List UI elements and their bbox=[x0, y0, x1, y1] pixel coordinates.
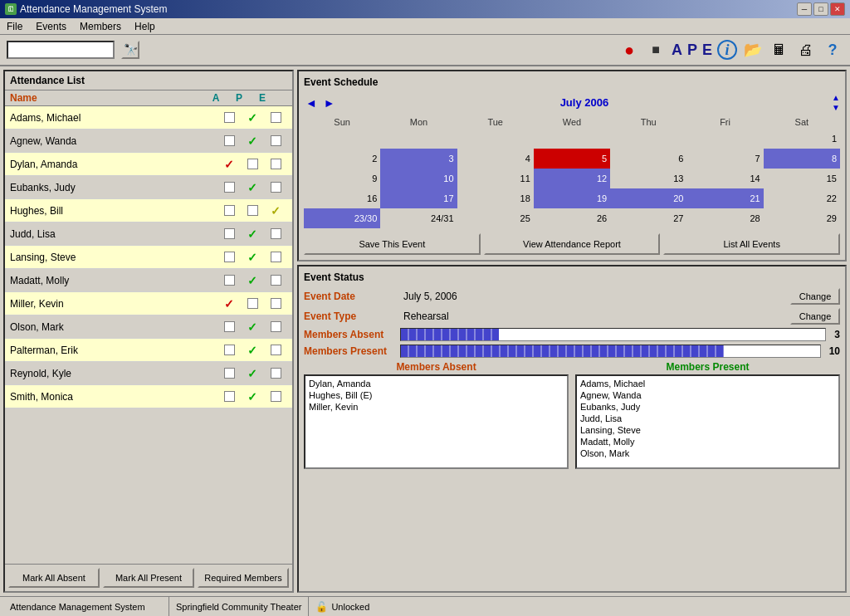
event-type-change-button[interactable]: Change bbox=[790, 308, 840, 325]
calendar-day[interactable]: 10 bbox=[380, 169, 457, 188]
absent-checkbox[interactable] bbox=[217, 182, 241, 193]
excused-checkbox[interactable] bbox=[264, 391, 287, 402]
present-member-item[interactable]: Lansing, Steve bbox=[579, 424, 837, 436]
calendar-day[interactable]: 22 bbox=[764, 188, 840, 208]
excused-checkbox[interactable] bbox=[264, 275, 287, 286]
cal-down-button[interactable]: ▼ bbox=[832, 103, 840, 112]
calendar-day[interactable]: 15 bbox=[764, 169, 840, 188]
present-checkbox[interactable]: ✓ bbox=[241, 228, 264, 240]
absent-member-item[interactable]: Miller, Kevin bbox=[307, 401, 565, 413]
minimize-button[interactable]: ─ bbox=[797, 2, 812, 16]
absent-checkbox[interactable] bbox=[217, 135, 241, 146]
present-checkbox[interactable]: ✓ bbox=[241, 275, 264, 286]
attendance-list[interactable]: Adams, Michael✓Agnew, Wanda✓Dylan, Amand… bbox=[5, 106, 292, 564]
checkbox-empty[interactable] bbox=[271, 159, 281, 169]
present-member-item[interactable]: Olson, Mark bbox=[579, 447, 837, 459]
maximize-button[interactable]: □ bbox=[813, 2, 828, 16]
absent-checkbox[interactable]: ✓ bbox=[217, 298, 241, 310]
folder-icon[interactable]: 📂 bbox=[742, 39, 764, 61]
excused-checkbox[interactable] bbox=[264, 182, 287, 193]
calendar-day[interactable]: 20 bbox=[610, 188, 686, 208]
calendar-day[interactable]: 26 bbox=[534, 208, 610, 228]
calendar-day[interactable]: 9 bbox=[304, 169, 380, 188]
excused-checkbox[interactable] bbox=[264, 228, 287, 239]
help-icon[interactable]: ? bbox=[822, 39, 843, 61]
calculator-icon[interactable]: 🖩 bbox=[769, 39, 790, 61]
absent-checkbox[interactable]: ✓ bbox=[217, 159, 241, 170]
checkbox-empty[interactable] bbox=[247, 159, 258, 169]
calendar-day[interactable]: 18 bbox=[457, 188, 534, 208]
stop-icon[interactable]: ■ bbox=[645, 39, 667, 61]
save-event-button[interactable]: Save This Event bbox=[304, 233, 481, 255]
checkbox-empty[interactable] bbox=[247, 205, 258, 216]
event-date-change-button[interactable]: Change bbox=[790, 288, 840, 305]
absent-checkbox[interactable] bbox=[217, 391, 241, 402]
checkbox-empty[interactable] bbox=[224, 135, 235, 146]
absent-member-item[interactable]: Dylan, Amanda bbox=[307, 378, 565, 389]
calendar-day[interactable]: 7 bbox=[686, 149, 763, 169]
calendar-day[interactable]: 29 bbox=[764, 208, 840, 228]
next-month-button[interactable]: ► bbox=[322, 96, 337, 110]
present-checkbox[interactable]: ✓ bbox=[241, 135, 264, 147]
absent-member-item[interactable]: Hughes, Bill (E) bbox=[307, 389, 565, 401]
checkbox-empty[interactable] bbox=[271, 112, 281, 123]
calendar-day[interactable]: 19 bbox=[534, 188, 610, 208]
excused-checkbox[interactable] bbox=[264, 135, 287, 146]
calendar-day[interactable]: 14 bbox=[686, 169, 763, 188]
checkbox-empty[interactable] bbox=[271, 252, 281, 262]
checkbox-empty[interactable] bbox=[271, 182, 281, 193]
present-checkbox[interactable] bbox=[241, 159, 264, 169]
calendar-day[interactable]: 23/30 bbox=[304, 208, 380, 228]
calendar-day[interactable]: 3 bbox=[380, 149, 457, 169]
excused-checkbox[interactable] bbox=[264, 112, 287, 123]
calendar-day[interactable]: 21 bbox=[686, 188, 763, 208]
excused-checkbox[interactable] bbox=[264, 159, 287, 169]
present-checkbox[interactable]: ✓ bbox=[241, 321, 264, 333]
present-member-item[interactable]: Madatt, Molly bbox=[579, 436, 837, 447]
cal-up-button[interactable]: ▲ bbox=[832, 93, 840, 102]
calendar-day[interactable]: 5 bbox=[534, 149, 610, 169]
checkbox-empty[interactable] bbox=[271, 275, 281, 286]
calendar-day[interactable]: 27 bbox=[610, 208, 686, 228]
checkbox-empty[interactable] bbox=[271, 391, 281, 402]
checkbox-empty[interactable] bbox=[224, 345, 235, 355]
mark-all-present-button[interactable]: Mark All Present bbox=[103, 568, 194, 588]
excused-checkbox[interactable]: ✓ bbox=[264, 205, 287, 217]
calendar-day[interactable]: 13 bbox=[610, 169, 686, 188]
calendar-day[interactable]: 1 bbox=[764, 129, 840, 149]
checkbox-empty[interactable] bbox=[271, 298, 281, 309]
checkbox-empty[interactable] bbox=[224, 391, 235, 402]
checkbox-empty[interactable] bbox=[224, 205, 235, 216]
checkbox-empty[interactable] bbox=[224, 275, 235, 286]
members-absent-list[interactable]: Dylan, AmandaHughes, Bill (E)Miller, Kev… bbox=[304, 374, 569, 469]
calendar-day[interactable]: 24/31 bbox=[380, 208, 457, 228]
members-present-list[interactable]: Adams, MichaelAgnew, WandaEubanks, JudyJ… bbox=[575, 374, 840, 469]
calendar-day[interactable]: 2 bbox=[304, 149, 380, 169]
present-checkbox[interactable] bbox=[241, 205, 264, 216]
absent-checkbox[interactable] bbox=[217, 112, 241, 123]
view-report-button[interactable]: View Attendance Report bbox=[484, 233, 661, 255]
absent-checkbox[interactable] bbox=[217, 252, 241, 262]
search-input[interactable] bbox=[7, 41, 115, 59]
menu-events[interactable]: Events bbox=[32, 20, 70, 33]
calendar-day[interactable]: 17 bbox=[380, 188, 457, 208]
checkbox-empty[interactable] bbox=[224, 368, 235, 379]
menu-help[interactable]: Help bbox=[131, 20, 159, 33]
excused-checkbox[interactable] bbox=[264, 252, 287, 262]
checkbox-empty[interactable] bbox=[224, 321, 235, 332]
present-checkbox[interactable]: ✓ bbox=[241, 368, 264, 379]
calendar-day[interactable]: 16 bbox=[304, 188, 380, 208]
excused-checkbox[interactable] bbox=[264, 345, 287, 355]
checkbox-empty[interactable] bbox=[224, 112, 235, 123]
record-icon[interactable]: ● bbox=[618, 39, 640, 61]
menu-file[interactable]: File bbox=[3, 20, 26, 33]
checkbox-empty[interactable] bbox=[271, 321, 281, 332]
checkbox-empty[interactable] bbox=[271, 228, 281, 239]
search-button[interactable]: 🔭 bbox=[121, 41, 139, 59]
calendar-day[interactable]: 8 bbox=[764, 149, 840, 169]
close-button[interactable]: ✕ bbox=[830, 2, 845, 16]
present-checkbox[interactable]: ✓ bbox=[241, 391, 264, 403]
absent-checkbox[interactable] bbox=[217, 275, 241, 286]
prev-month-button[interactable]: ◄ bbox=[304, 96, 319, 110]
mark-all-absent-button[interactable]: Mark All Absent bbox=[8, 568, 100, 588]
